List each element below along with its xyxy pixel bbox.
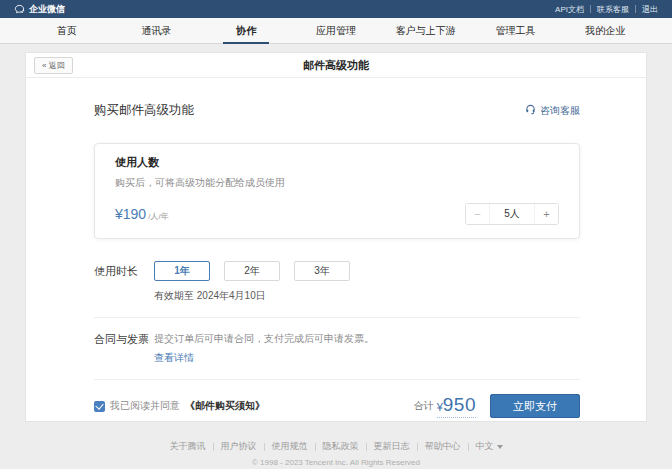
nav-tab-home[interactable]: 首页 — [22, 18, 112, 43]
headset-icon — [525, 104, 536, 117]
content-card: « 返回 邮件高级功能 购买邮件高级功能 咨询客服 使用人数 购买后，可将高级功 — [25, 52, 647, 422]
price: ¥190/人/年 — [115, 205, 169, 223]
divider — [264, 443, 265, 451]
checkout-total-area: 合计 ¥ 950 立即支付 — [414, 394, 580, 418]
brand-name: 企业微信 — [29, 3, 65, 16]
product-desc: 购买后，可将高级功能分配给成员使用 — [115, 176, 559, 190]
card-body: 购买邮件高级功能 咨询客服 使用人数 购买后，可将高级功能分配给成员使用 — [26, 102, 646, 418]
contact-support-link[interactable]: 联系客服 — [597, 4, 629, 15]
duration-row: 使用时长 1年 2年 3年 — [94, 261, 580, 281]
main-nav: 首页 通讯录 协作 应用管理 客户与上下游 管理工具 我的企业 — [0, 18, 672, 44]
product-box: 使用人数 购买后，可将高级功能分配给成员使用 ¥190/人/年 − 5人 + — [94, 143, 580, 239]
heading-row: 购买邮件高级功能 咨询客服 — [94, 102, 580, 119]
price-row: ¥190/人/年 − 5人 + — [115, 203, 559, 225]
logout-link[interactable]: 退出 — [642, 4, 658, 15]
divider — [315, 443, 316, 451]
card-header: « 返回 邮件高级功能 — [26, 53, 646, 78]
duration-option-1year[interactable]: 1年 — [154, 261, 210, 281]
product-title: 使用人数 — [115, 155, 559, 170]
nav-tab-contacts[interactable]: 通讯录 — [112, 18, 202, 43]
purchase-notice-link[interactable]: 《邮件购买须知》 — [185, 399, 265, 413]
contract-row: 合同与发票 提交订单后可申请合同，支付完成后可申请发票。 查看详情 — [94, 332, 580, 365]
price-amount: ¥190 — [115, 206, 146, 222]
footer-links: 关于腾讯 用户协议 使用规范 隐私政策 更新日志 帮助中心 中文 — [0, 440, 672, 453]
nav-tab-admin-tools[interactable]: 管理工具 — [471, 18, 561, 43]
divider — [635, 5, 636, 13]
nav-tab-apps[interactable]: 应用管理 — [291, 18, 381, 43]
stepper-minus-button[interactable]: − — [466, 204, 490, 224]
checkout-row: 我已阅读并同意 《邮件购买须知》 合计 ¥ 950 立即支付 — [94, 394, 580, 418]
validity-note: 有效期至 2024年4月10日 — [154, 289, 580, 303]
divider — [366, 443, 367, 451]
section-divider — [94, 317, 580, 318]
footer-link-usage-rules[interactable]: 使用规范 — [272, 440, 308, 453]
divider — [213, 443, 214, 451]
footer-link-help-center[interactable]: 帮助中心 — [425, 440, 461, 453]
consult-label: 咨询客服 — [540, 104, 580, 118]
brand-logo[interactable]: 企业微信 — [14, 3, 65, 16]
page-title: 邮件高级功能 — [303, 58, 369, 73]
footer-link-user-agreement[interactable]: 用户协议 — [221, 440, 257, 453]
caret-down-icon — [497, 445, 503, 449]
copyright: © 1998 - 2023 Tencent Inc. All Rights Re… — [0, 458, 672, 467]
stepper-plus-button[interactable]: + — [534, 204, 558, 224]
nav-tab-my-company[interactable]: 我的企业 — [560, 18, 650, 43]
total-amount: ¥ 950 — [437, 394, 476, 418]
section-divider — [94, 379, 580, 380]
agreement-text: 我已阅读并同意 — [110, 399, 180, 413]
stepper-value[interactable]: 5人 — [490, 204, 534, 224]
language-selector[interactable]: 中文 — [476, 440, 503, 453]
footer-link-privacy[interactable]: 隐私政策 — [323, 440, 359, 453]
footer-link-changelog[interactable]: 更新日志 — [374, 440, 410, 453]
agreement-checkbox[interactable] — [94, 401, 105, 412]
nav-tab-collaboration[interactable]: 协作 — [201, 18, 291, 43]
contract-desc: 提交订单后可申请合同，支付完成后可申请发票。 — [154, 332, 374, 346]
total-label: 合计 — [414, 399, 434, 413]
wework-bubble-icon — [14, 4, 25, 15]
divider — [590, 5, 591, 13]
back-button[interactable]: « 返回 — [34, 57, 73, 74]
api-docs-link[interactable]: API文档 — [555, 4, 584, 15]
duration-label: 使用时长 — [94, 264, 154, 279]
consult-support-link[interactable]: 咨询客服 — [525, 104, 580, 118]
divider — [417, 443, 418, 451]
language-label: 中文 — [476, 440, 494, 453]
total-value: 950 — [443, 394, 476, 416]
contract-label: 合同与发票 — [94, 332, 154, 347]
duration-option-3years[interactable]: 3年 — [294, 261, 350, 281]
footer: 关于腾讯 用户协议 使用规范 隐私政策 更新日志 帮助中心 中文 © 1998 … — [0, 440, 672, 467]
price-unit: /人/年 — [148, 212, 168, 221]
nav-tab-customers[interactable]: 客户与上下游 — [381, 18, 471, 43]
agreement-row: 我已阅读并同意 《邮件购买须知》 — [94, 399, 265, 413]
pay-now-button[interactable]: 立即支付 — [490, 394, 580, 418]
footer-link-about[interactable]: 关于腾讯 — [170, 440, 206, 453]
seat-stepper: − 5人 + — [465, 203, 559, 225]
duration-option-2years[interactable]: 2年 — [224, 261, 280, 281]
purchase-heading: 购买邮件高级功能 — [94, 102, 194, 119]
view-details-link[interactable]: 查看详情 — [154, 351, 374, 365]
topbar-links: API文档 联系客服 退出 — [555, 4, 658, 15]
contract-info: 提交订单后可申请合同，支付完成后可申请发票。 查看详情 — [154, 332, 374, 365]
divider — [468, 443, 469, 451]
topbar: 企业微信 API文档 联系客服 退出 — [0, 0, 672, 18]
